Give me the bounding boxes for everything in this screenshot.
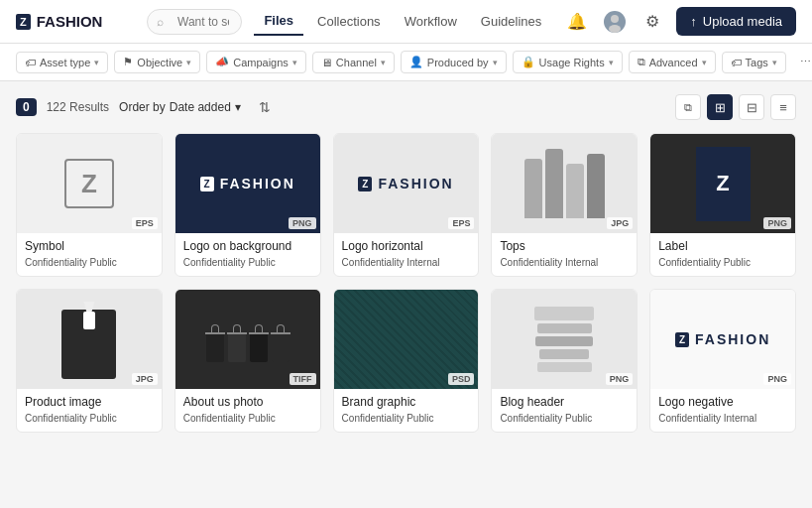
content-area: 0 122 Results Order by Date added ▾ ⇅ ⧉ …: [0, 81, 812, 444]
logo-area[interactable]: Z FASHION: [16, 13, 135, 30]
order-by-label: Order by: [119, 100, 166, 114]
upload-media-button[interactable]: ↑ Upload media: [676, 7, 796, 36]
list-view-button[interactable]: ≡: [770, 94, 796, 120]
settings-button[interactable]: ⚙: [638, 8, 666, 36]
upload-label: Upload media: [703, 14, 782, 29]
sliders-icon: ⧉: [638, 56, 645, 68]
copy-link-button[interactable]: ⧉: [675, 94, 701, 120]
nav-collections[interactable]: Collections: [307, 8, 391, 35]
more-icon: ⋯: [800, 56, 811, 68]
asset-card[interactable]: Z FASHION EPS Logo horizontal Confidenti…: [333, 133, 480, 277]
chevron-down-icon: ▾: [235, 100, 241, 114]
chevron-down-icon: ▾: [94, 58, 99, 67]
notification-button[interactable]: 🔔: [563, 8, 591, 36]
asset-card[interactable]: TIFF About us photo Confidentiality Publ…: [174, 289, 321, 433]
tag-icon: 🏷: [25, 57, 36, 68]
avatar-icon: [604, 11, 626, 33]
top-right: 🔔 ⚙ ↑ Upload media: [563, 7, 796, 36]
asset-name: Tops: [500, 239, 629, 253]
asset-card[interactable]: JPG Product image Confidentiality Public: [16, 289, 163, 433]
asset-meta: Confidentiality Internal: [342, 257, 471, 268]
nav-links: Files Collections Workflow Guidelines: [254, 7, 551, 36]
format-badge: PNG: [763, 217, 791, 229]
avatar-button[interactable]: [601, 8, 629, 36]
asset-meta: Confidentiality Public: [25, 257, 154, 268]
person-icon: 👤: [409, 56, 423, 68]
chevron-down-icon: ▾: [609, 58, 614, 67]
flag-icon: ⚑: [123, 56, 133, 68]
asset-name: Product image: [25, 395, 154, 409]
order-by-control[interactable]: Order by Date added ▾: [119, 100, 241, 114]
asset-card[interactable]: Z FASHION PNG Logo on background Confide…: [174, 133, 321, 277]
asset-name: Brand graphic: [342, 395, 471, 409]
format-badge: EPS: [132, 217, 158, 229]
chevron-down-icon: ▾: [292, 58, 297, 67]
asset-meta: Confidentiality Public: [342, 413, 471, 424]
format-badge: PNG: [763, 373, 791, 385]
symbol-thumbnail: Z: [64, 159, 114, 208]
chevron-down-icon: ▾: [772, 58, 777, 67]
order-by-value: Date added: [170, 100, 231, 114]
asset-name: About us photo: [183, 395, 312, 409]
asset-name: Logo negative: [658, 395, 787, 409]
filter-advanced[interactable]: ⧉ Advanced ▾: [629, 51, 716, 73]
asset-card[interactable]: Z EPS Symbol Confidentiality Public: [16, 133, 163, 277]
filter-label: Produced by: [427, 57, 489, 68]
asset-card[interactable]: PNG Blog header Confidentiality Public: [491, 289, 638, 433]
format-badge: PNG: [606, 373, 634, 385]
filter-more[interactable]: ⋯ ▾: [792, 52, 812, 72]
asset-name: Symbol: [25, 239, 154, 253]
asset-meta: Confidentiality Public: [183, 257, 312, 268]
sort-direction-button[interactable]: ⇅: [251, 93, 279, 121]
format-badge: PSD: [448, 373, 475, 385]
filter-label: Campaigns: [233, 57, 289, 68]
tag2-icon: 🏷: [731, 57, 742, 68]
chevron-down-icon: ▾: [381, 58, 386, 67]
filter-label: Channel: [336, 57, 377, 68]
selection-count: 0: [16, 98, 37, 116]
lock-icon: 🔒: [522, 56, 535, 68]
logo-neg-thumbnail: Z FASHION: [675, 331, 770, 347]
filter-label: Usage Rights: [539, 57, 605, 68]
filter-campaigns[interactable]: 📣 Campaigns ▾: [206, 51, 306, 73]
nav-guidelines[interactable]: Guidelines: [471, 8, 551, 35]
label-thumbnail: Z: [696, 147, 751, 221]
format-badge: JPG: [132, 373, 158, 385]
filter-label: Advanced: [649, 57, 698, 68]
asset-meta: Confidentiality Internal: [658, 413, 787, 424]
filter-objective[interactable]: ⚑ Objective ▾: [114, 51, 200, 73]
assets-grid: Z EPS Symbol Confidentiality Public Z FA…: [16, 133, 796, 433]
format-badge: PNG: [289, 217, 316, 229]
large-grid-view-button[interactable]: ⊟: [739, 94, 764, 120]
chevron-down-icon: ▾: [702, 58, 707, 67]
filter-bar: 🏷 Asset type ▾ ⚑ Objective ▾ 📣 Campaigns…: [0, 44, 812, 81]
format-badge: EPS: [448, 217, 474, 229]
grid-view-button[interactable]: ⊞: [707, 94, 733, 120]
hangers-thumbnail: [205, 317, 290, 362]
asset-card[interactable]: PSD Brand graphic Confidentiality Public: [333, 289, 480, 433]
filter-channel[interactable]: 🖥 Channel ▾: [312, 52, 395, 73]
filter-tags[interactable]: 🏷 Tags ▾: [722, 52, 786, 73]
nav-workflow[interactable]: Workflow: [395, 8, 467, 35]
nav-files[interactable]: Files: [254, 7, 303, 36]
svg-point-1: [611, 15, 619, 23]
logo-box: Z: [16, 14, 31, 30]
chevron-down-icon: ▾: [186, 58, 191, 67]
filter-usage-rights[interactable]: 🔒 Usage Rights ▾: [513, 51, 623, 73]
results-bar: 0 122 Results Order by Date added ▾ ⇅ ⧉ …: [16, 93, 796, 121]
asset-meta: Confidentiality Public: [658, 257, 787, 268]
view-controls: ⧉ ⊞ ⊟ ≡: [675, 94, 796, 120]
asset-card[interactable]: Z FASHION PNG Logo negative Confidential…: [649, 289, 796, 433]
asset-card[interactable]: Z PNG Label Confidentiality Public: [649, 133, 796, 277]
asset-card[interactable]: JPG Tops Confidentiality Internal: [491, 133, 638, 277]
svg-point-2: [609, 25, 621, 33]
logo-thumbnail: Z FASHION: [200, 176, 295, 191]
asset-name: Blog header: [500, 395, 629, 409]
asset-name: Logo on background: [183, 239, 312, 253]
asset-name: Logo horizontal: [342, 239, 471, 253]
chevron-down-icon: ▾: [493, 58, 498, 67]
tops-thumbnail: [524, 149, 605, 218]
filter-asset-type[interactable]: 🏷 Asset type ▾: [16, 52, 108, 73]
filter-produced-by[interactable]: 👤 Produced by ▾: [401, 51, 507, 73]
monitor-icon: 🖥: [321, 57, 332, 68]
